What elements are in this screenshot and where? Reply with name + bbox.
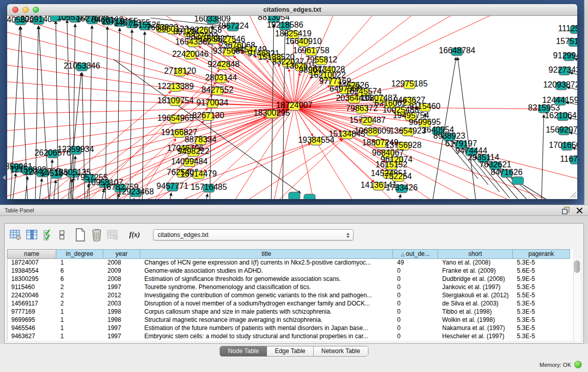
table-header-row: namein_degreeyeartitle△out_de...shortpag… <box>7 249 573 259</box>
table-row[interactable]: 946554611997Estimation of the future num… <box>8 324 573 333</box>
network-node[interactable]: 12359934 <box>57 145 94 155</box>
table-cell: 18300295 <box>8 275 57 283</box>
network-node[interactable]: 16210643 <box>545 111 577 121</box>
network-node[interactable]: 2718120 <box>164 67 196 76</box>
zoom-window-icon[interactable] <box>33 7 39 13</box>
table-row[interactable]: 977716911998Corpus callosum shape and si… <box>8 308 573 316</box>
table-scrollbar[interactable] <box>573 259 580 341</box>
network-node[interactable]: 16648784 <box>439 46 475 56</box>
network-node[interactable]: 14099484 <box>171 157 207 167</box>
new-table-button[interactable] <box>74 228 86 242</box>
delete-table-button[interactable] <box>91 228 103 242</box>
tab-network-table[interactable]: Network Table <box>314 346 368 356</box>
network-node[interactable]: 11125044 <box>558 24 577 34</box>
network-node[interactable]: 1167533 <box>560 155 577 164</box>
column-header-title[interactable]: title <box>140 249 393 259</box>
network-node[interactable]: 14136141 <box>360 181 397 190</box>
network-node[interactable]: 2803144 <box>205 73 237 83</box>
table-row[interactable]: 2242004622012Investigating the contribut… <box>8 292 573 300</box>
import-table-button[interactable] <box>107 228 119 242</box>
network-node-hub[interactable]: 18724007 <box>276 101 312 111</box>
network-node[interactable]: 8427552 <box>202 85 233 95</box>
close-window-icon[interactable] <box>12 7 18 13</box>
network-node[interactable]: 9129946 <box>553 51 577 61</box>
network-node[interactable]: 15134845 <box>329 129 365 139</box>
table-row[interactable]: 946362711997Embryonic stem cells: a mode… <box>8 333 573 341</box>
network-node[interactable]: 15720487 <box>349 116 385 125</box>
table-settings-button[interactable] <box>10 228 22 242</box>
column-header-short[interactable]: short <box>438 249 513 259</box>
table-select-dropdown[interactable]: citations_edges.txt <box>153 229 354 240</box>
network-node[interactable]: 18300295 <box>253 108 290 118</box>
show-columns-button[interactable] <box>26 228 38 242</box>
network-node[interactable]: 12444159 <box>542 96 577 105</box>
tab-edge-table[interactable]: Edge Table <box>267 346 314 356</box>
network-node[interactable]: 21053346 <box>63 61 100 71</box>
network-node[interactable]: 9170034 <box>197 98 228 108</box>
network-node[interactable]: 19654965 <box>157 114 193 123</box>
table-cell: 0 <box>394 333 439 341</box>
node-label: 15716485 <box>190 183 227 191</box>
table-cell: Structural magnetic resonance image aver… <box>141 316 394 324</box>
table-row[interactable]: 969969511998Structural magnetic resonanc… <box>8 316 573 324</box>
minimize-window-icon[interactable] <box>23 7 29 13</box>
network-node[interactable]: 12213389 <box>157 82 193 92</box>
network-node[interactable]: 9457771 <box>157 182 188 191</box>
network-node[interactable]: 8471626 <box>491 168 522 178</box>
network-node[interactable]: 16640910 <box>285 37 321 47</box>
network-node[interactable]: 7955812 <box>306 55 337 65</box>
table-row[interactable]: 911546021997Tourette syndrome. Phenomeno… <box>8 283 573 292</box>
function-builder-button[interactable]: f(x) <box>128 228 141 242</box>
node-label: 18724007 <box>276 101 312 110</box>
network-node[interactable]: 13654923 <box>389 126 426 136</box>
panel-collapse-arrow-icon[interactable] <box>0 175 6 180</box>
network-node[interactable] <box>289 192 300 200</box>
network-node[interactable] <box>304 194 315 200</box>
network-node[interactable]: 12975185 <box>391 79 427 89</box>
column-header-name[interactable]: name <box>7 249 56 259</box>
network-node[interactable]: 18109754 <box>157 96 193 106</box>
network-node[interactable] <box>512 177 524 185</box>
network-node[interactable]: 15692971 <box>546 125 577 135</box>
network-node[interactable]: 9498222 <box>178 147 209 157</box>
network-node[interactable]: 17016504 <box>549 141 577 150</box>
node-label: 16914479 <box>180 169 216 178</box>
network-node[interactable]: 12093872 <box>543 80 577 90</box>
window-titlebar[interactable]: citations_edges.txt <box>7 4 577 16</box>
row-height-button[interactable] <box>59 228 65 242</box>
column-header-year[interactable]: year <box>103 249 140 259</box>
tab-node-table[interactable]: Node Table <box>220 346 267 356</box>
network-node[interactable]: 16961758 <box>293 46 329 56</box>
table-row[interactable]: 1872400712008Changes of HCN gene express… <box>8 259 573 267</box>
table-row[interactable]: 1938455462009Genome-wide association stu… <box>8 267 573 275</box>
node-label: 14136141 <box>360 181 397 189</box>
network-node[interactable]: 9242848 <box>208 60 239 70</box>
network-node[interactable]: 9115460 <box>409 102 440 112</box>
select-rows-button[interactable] <box>42 228 55 242</box>
float-panel-icon[interactable] <box>562 207 570 214</box>
network-node[interactable]: 15751074 <box>556 37 577 47</box>
close-panel-icon[interactable] <box>576 207 583 214</box>
scrollbar-thumb[interactable] <box>574 260 580 273</box>
dropdown-arrows-icon <box>346 231 350 239</box>
network-node[interactable]: 7986372 <box>346 104 378 114</box>
network-graph[interactable]: 2405572420691406105532871527602846616010… <box>7 16 577 199</box>
network-node[interactable]: 22420046 <box>172 50 208 59</box>
node-label: 12975185 <box>391 79 427 88</box>
resize-grip-icon[interactable] <box>569 190 577 199</box>
network-node[interactable]: 9227343 <box>549 65 577 75</box>
node-label: 2803144 <box>205 73 237 82</box>
table-row[interactable]: 1830029562008Estimation of significance … <box>8 275 573 283</box>
network-node[interactable]: 16543382 <box>175 37 211 47</box>
node-label: 752254 <box>384 172 411 181</box>
column-header-pagerank[interactable]: pagerank <box>513 249 570 259</box>
network-node[interactable]: 12923468 <box>117 187 154 197</box>
network-node[interactable]: 8267130 <box>192 111 224 121</box>
network-canvas[interactable]: 2405572420691406105532871527602846616010… <box>7 16 577 199</box>
network-node[interactable]: 16914479 <box>180 169 216 179</box>
table-row[interactable]: 1456911722003Disruption of a novel membe… <box>8 300 573 308</box>
network-node[interactable]: 15716485 <box>190 183 227 192</box>
memory-status-led-icon[interactable] <box>574 361 582 368</box>
column-header-out_de[interactable]: △out_de... <box>393 249 438 259</box>
column-header-in_degree[interactable]: in_degree <box>56 249 103 259</box>
